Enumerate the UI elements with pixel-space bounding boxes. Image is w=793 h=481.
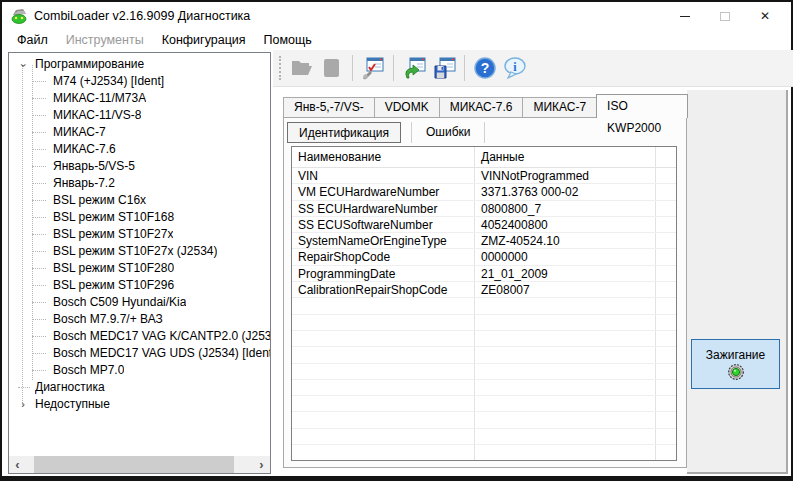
tree-item[interactable]: ›Недоступные: [9, 396, 270, 413]
tree-item[interactable]: Диагностика: [9, 379, 270, 396]
tab-1[interactable]: VDOMK: [374, 97, 440, 118]
table-header-cell[interactable]: Данные: [475, 147, 656, 167]
table-cell: 0800800_7: [475, 201, 656, 216]
tab-4[interactable]: ISO KWP2000: [596, 94, 688, 118]
iso-kwp2000-tab-page: ИдентификацияОшибки НаименованиеДанныеVI…: [283, 117, 687, 468]
scrollbar-track[interactable]: [26, 456, 253, 473]
tab-2[interactable]: МИКАС-7.6: [439, 97, 524, 118]
tree-item-label: BSL режим ST10F296: [53, 277, 174, 294]
table-header-cell: [656, 147, 676, 167]
tree-item-label: МИКАС-7.6: [53, 141, 116, 158]
table-cell: [292, 315, 475, 330]
toolbar-separator: [464, 55, 465, 81]
menu-item-1: Инструменты: [57, 31, 153, 49]
about-button[interactable]: i: [500, 53, 530, 83]
title-bar: CombiLoader v2.16.9099 Диагностика ✕: [2, 2, 791, 30]
table-cell: [656, 429, 676, 444]
tree-item[interactable]: BSL режим ST10F27x: [9, 226, 270, 243]
tab-3[interactable]: МИКАС-7: [522, 97, 597, 118]
ignition-panel[interactable]: Зажигание: [691, 339, 780, 389]
tree-item[interactable]: BSL режим ST10F168: [9, 209, 270, 226]
table-cell: [656, 380, 676, 395]
table-cell: [656, 201, 676, 216]
help-button[interactable]: ?: [470, 53, 500, 83]
table-empty-row: [292, 396, 676, 412]
tree-item[interactable]: BSL режим C16x: [9, 192, 270, 209]
tree-item-label: BSL режим ST10F27x (J2534): [53, 243, 217, 260]
toolbar-gripper[interactable]: [279, 56, 282, 80]
tree-item[interactable]: BSL режим ST10F27x (J2534): [9, 243, 270, 260]
scroll-right-button[interactable]: ›: [253, 456, 270, 473]
table-row[interactable]: VINVINNotProgrammed: [292, 168, 676, 184]
table-row[interactable]: RepairShopCode0000000: [292, 249, 676, 265]
tree-item[interactable]: BSL режим ST10F296: [9, 277, 270, 294]
menu-item-0[interactable]: Файл: [8, 31, 57, 49]
chevron-down-icon[interactable]: ›: [15, 59, 32, 71]
settings-icon: [361, 56, 385, 80]
tree-item[interactable]: M74 (+J2534) [Ident]: [9, 73, 270, 90]
save-file-icon: [320, 56, 344, 80]
table-cell: 4052400800: [475, 217, 656, 232]
chevron-right-icon[interactable]: ›: [17, 396, 29, 413]
table-cell: [475, 445, 656, 460]
tree-item-label: МИКАС-11/М73А: [53, 90, 146, 107]
table-empty-row: [292, 315, 676, 331]
read-ecu-button[interactable]: [399, 53, 429, 83]
tree-item-label: Bosch C509 Hyundai/Kia: [53, 294, 186, 311]
tree-item[interactable]: Bosch MEDC17 VAG K/CANTP2.0 (J2534) [Ide…: [9, 328, 270, 345]
device-tree-panel: ›ПрограммированиеM74 (+J2534) [Ident]МИК…: [8, 52, 271, 474]
table-empty-row: [292, 445, 676, 461]
subtab-0[interactable]: Идентификация: [287, 122, 401, 143]
close-button[interactable]: ✕: [745, 2, 785, 30]
tree-item[interactable]: Bosch C509 Hyundai/Kia: [9, 294, 270, 311]
table-row[interactable]: ProgrammingDate21_01_2009: [292, 266, 676, 282]
close-icon: ✕: [760, 9, 770, 23]
table-cell: [656, 217, 676, 232]
tree-item[interactable]: Январь-7.2: [9, 175, 270, 192]
table-empty-row: [292, 429, 676, 445]
table-cell: [475, 315, 656, 330]
table-cell: 21_01_2009: [475, 266, 656, 281]
menu-item-3[interactable]: Помощь: [255, 31, 321, 49]
tab-0[interactable]: Янв-5,-7/VS-5: [283, 97, 375, 118]
tree-item[interactable]: ›Программирование: [9, 56, 270, 73]
table-cell: [656, 331, 676, 346]
table-row[interactable]: VM ECUHardwareNumber3371.3763 000-02: [292, 184, 676, 200]
table-cell: [656, 168, 676, 183]
tree-item[interactable]: МИКАС-7.6: [9, 141, 270, 158]
open-file-button: [287, 53, 317, 83]
table-empty-row: [292, 331, 676, 347]
toolbar-separator: [352, 55, 353, 81]
table-cell: [475, 331, 656, 346]
tree-item[interactable]: МИКАС-11/М73А: [9, 90, 270, 107]
tree-item[interactable]: МИКАС-7: [9, 124, 270, 141]
table-cell: [475, 347, 656, 362]
table-row[interactable]: SystemNameOrEngineTypeZMZ-40524.10: [292, 233, 676, 249]
save-ecu-button[interactable]: [429, 53, 459, 83]
ignition-led-icon: [728, 364, 744, 380]
table-cell: [656, 282, 676, 297]
tree-item[interactable]: Bosch M7.9.7/+ ВАЗ: [9, 311, 270, 328]
table-row[interactable]: SS ECUSoftwareNumber4052400800: [292, 217, 676, 233]
table-row[interactable]: SS ECUHardwareNumber0800800_7: [292, 201, 676, 217]
tree-item-label: BSL режим ST10F280: [53, 260, 174, 277]
tree-item[interactable]: Январь-5/VS-5: [9, 158, 270, 175]
toolbar: ? i: [273, 50, 793, 87]
tree-item[interactable]: Bosch MP7.0: [9, 362, 270, 379]
minimize-button[interactable]: [665, 2, 705, 30]
table-cell: [292, 331, 475, 346]
tree-item-label: Bosch MEDC17 VAG K/CANTP2.0 (J2534) [Ide…: [53, 328, 270, 345]
table-cell: [292, 445, 475, 460]
subtab-1[interactable]: Ошибки: [411, 122, 486, 143]
table-cell: [656, 396, 676, 411]
menu-item-2[interactable]: Конфигурация: [153, 31, 255, 49]
table-row[interactable]: CalibrationRepairShopCodeZE08007: [292, 282, 676, 298]
scrollbar-thumb[interactable]: [34, 456, 234, 473]
tree-item[interactable]: МИКАС-11/VS-8: [9, 107, 270, 124]
tree-item[interactable]: Bosch MEDC17 VAG UDS (J2534) [Ident]: [9, 345, 270, 362]
tree-item[interactable]: BSL режим ST10F280: [9, 260, 270, 277]
scroll-left-button[interactable]: ‹: [9, 456, 26, 473]
sub-tab-strip: ИдентификацияОшибки: [287, 122, 485, 143]
table-header-cell[interactable]: Наименование: [292, 147, 475, 167]
settings-button[interactable]: [358, 53, 388, 83]
